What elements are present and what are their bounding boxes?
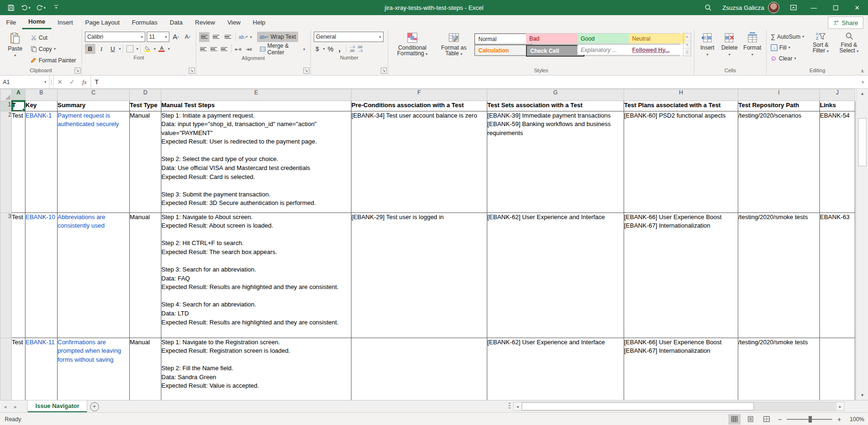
- horizontal-scrollbar[interactable]: ◂ ▸: [513, 402, 844, 411]
- tab-review[interactable]: Review: [189, 15, 221, 29]
- center-icon[interactable]: [209, 44, 218, 54]
- tab-insert[interactable]: Insert: [51, 15, 79, 29]
- column-header-F[interactable]: F: [351, 89, 487, 101]
- fill-handle[interactable]: [22, 108, 25, 111]
- wrap-text-button[interactable]: ab↩ Wrap Text: [257, 32, 298, 42]
- increase-indent-icon[interactable]: ⇥≡: [244, 44, 253, 54]
- scroll-up-icon[interactable]: ▲: [857, 89, 868, 98]
- column-header-E[interactable]: E: [161, 89, 351, 101]
- cell-E4[interactable]: Step 1: Navigate to the Registration scr…: [161, 338, 351, 400]
- column-header-B[interactable]: B: [25, 89, 58, 101]
- name-box[interactable]: A1 ▾: [0, 76, 50, 88]
- align-left-icon[interactable]: [199, 44, 208, 54]
- column-header-A[interactable]: A: [12, 89, 25, 101]
- row-header-2[interactable]: 2: [0, 111, 12, 212]
- gallery-scroll-up-icon[interactable]: ˄: [684, 34, 691, 41]
- font-color-icon[interactable]: A: [157, 44, 167, 54]
- decrease-decimal-icon[interactable]: .00→0: [357, 45, 362, 53]
- conditional-formatting-button[interactable]: Conditional Formatting ▾: [391, 31, 434, 59]
- insert-function-icon[interactable]: fx: [78, 76, 91, 88]
- close-button[interactable]: ✕: [846, 0, 868, 15]
- align-right-icon[interactable]: [220, 44, 229, 54]
- fill-color-icon[interactable]: [142, 44, 153, 54]
- find-select-button[interactable]: Find & Select ▾: [836, 31, 862, 56]
- middle-align-icon[interactable]: [211, 32, 221, 42]
- page-break-view-icon[interactable]: [760, 414, 773, 425]
- orientation-icon[interactable]: ab↗: [238, 32, 249, 42]
- zoom-slider-thumb[interactable]: [809, 416, 812, 423]
- copy-button[interactable]: Copy ▾: [29, 44, 77, 54]
- expand-formula-bar-icon[interactable]: ▾: [858, 76, 868, 88]
- decrease-indent-icon[interactable]: ⇤≡: [234, 44, 243, 54]
- tab-formulas[interactable]: Formulas: [126, 15, 164, 29]
- increase-font-icon[interactable]: A˄: [171, 32, 181, 42]
- cell-D1[interactable]: Test Type: [130, 101, 161, 111]
- tab-data[interactable]: Data: [164, 15, 189, 29]
- column-header-C[interactable]: C: [58, 89, 130, 101]
- ribbon-display-options-icon[interactable]: [784, 0, 803, 15]
- row-header-1[interactable]: 1: [0, 101, 12, 111]
- cell-B1[interactable]: Key: [25, 101, 58, 111]
- page-layout-view-icon[interactable]: [744, 414, 757, 425]
- scroll-left-icon[interactable]: ◂: [514, 402, 521, 410]
- account-area[interactable]: Zsuzsa Galicza: [718, 2, 784, 13]
- paste-button[interactable]: Paste ▾: [3, 31, 27, 60]
- cell-A3[interactable]: Test: [12, 212, 25, 338]
- cell-F1[interactable]: Pre-Conditions association with a Test: [351, 101, 487, 111]
- cell-F4[interactable]: [351, 338, 487, 400]
- cell-E2[interactable]: Step 1: Initiate a payment request. Data…: [161, 111, 351, 212]
- vertical-scrollbar[interactable]: ▲ ▼: [856, 89, 868, 400]
- cell-D4[interactable]: Manual: [130, 338, 161, 400]
- style-followed-hyperlink[interactable]: Followed Hy...: [629, 45, 685, 55]
- increase-decimal-icon[interactable]: ←0.00: [349, 45, 355, 53]
- comma-icon[interactable]: ,: [336, 44, 343, 54]
- cell-J2[interactable]: EBANK-54: [820, 111, 855, 212]
- cell-G1[interactable]: Test Sets association with a Test: [487, 101, 624, 111]
- customize-qat-icon[interactable]: ▾: [49, 1, 63, 14]
- column-header-D[interactable]: D: [130, 89, 161, 101]
- cell-J4[interactable]: [820, 338, 855, 400]
- maximize-button[interactable]: [825, 0, 846, 15]
- bottom-align-icon[interactable]: [223, 32, 233, 42]
- cell-B3[interactable]: EBANK-10: [25, 212, 58, 338]
- cell-B4[interactable]: EBANK-11: [25, 338, 58, 400]
- zoom-in-icon[interactable]: +: [836, 416, 843, 423]
- avatar[interactable]: [768, 2, 779, 13]
- gallery-expand-icon[interactable]: ⍗: [684, 49, 691, 56]
- underline-button[interactable]: U: [108, 44, 118, 54]
- row-header-4[interactable]: [0, 338, 12, 400]
- autosum-button[interactable]: ∑ AutoSum ▾: [769, 32, 806, 42]
- borders-icon[interactable]: [125, 44, 135, 54]
- enter-icon[interactable]: ✓: [66, 76, 78, 88]
- insert-cells-button[interactable]: Insert ▾: [697, 31, 718, 59]
- format-painter-button[interactable]: Format Painter: [29, 55, 77, 65]
- sort-filter-button[interactable]: AZ Sort & Filter ▾: [808, 31, 834, 56]
- cell-H2[interactable]: [EBANK-60] PSD2 functional aspects: [624, 111, 738, 212]
- clipboard-dialog-launcher-icon[interactable]: ↘: [75, 68, 81, 74]
- cell-C2[interactable]: Payment request is authenticated securel…: [58, 111, 130, 212]
- cell-I4[interactable]: /testing/2020/smoke tests: [738, 338, 820, 400]
- style-good[interactable]: Good: [577, 34, 634, 43]
- collapse-ribbon-icon[interactable]: ∧: [860, 68, 864, 74]
- style-normal[interactable]: Normal: [475, 34, 532, 44]
- number-dialog-launcher-icon[interactable]: ↘: [381, 68, 387, 74]
- format-cells-button[interactable]: Format ▾: [742, 31, 763, 59]
- style-explanatory[interactable]: Explanatory ...: [577, 45, 634, 55]
- font-name-select[interactable]: Calibri▾: [85, 32, 145, 42]
- cell-C4[interactable]: Confirmations are prompted when leaving …: [58, 338, 130, 400]
- cell-J3[interactable]: EBANK-63: [820, 212, 855, 338]
- cell-E3[interactable]: Step 1: Navigate to About screen. Expect…: [161, 212, 351, 338]
- share-button[interactable]: Share: [828, 17, 863, 29]
- cell-A4[interactable]: Test: [12, 338, 25, 400]
- cell-D3[interactable]: Manual: [130, 212, 161, 338]
- zoom-out-icon[interactable]: −: [776, 416, 783, 423]
- style-check-cell[interactable]: Check Cell: [526, 45, 584, 57]
- column-header-I[interactable]: I: [738, 89, 820, 101]
- column-header-G[interactable]: G: [487, 89, 624, 101]
- number-format-select[interactable]: General▾: [314, 32, 384, 42]
- cell-H1[interactable]: Test Plans associated with a Test: [624, 101, 738, 111]
- cut-button[interactable]: Cut: [29, 33, 77, 42]
- cell-C3[interactable]: Abbreviations are consistently used: [58, 212, 130, 338]
- cell-H4[interactable]: [EBANK-66] User Experience Boost [EBANK-…: [624, 338, 738, 400]
- format-as-table-button[interactable]: Format as Table ▾: [435, 31, 472, 59]
